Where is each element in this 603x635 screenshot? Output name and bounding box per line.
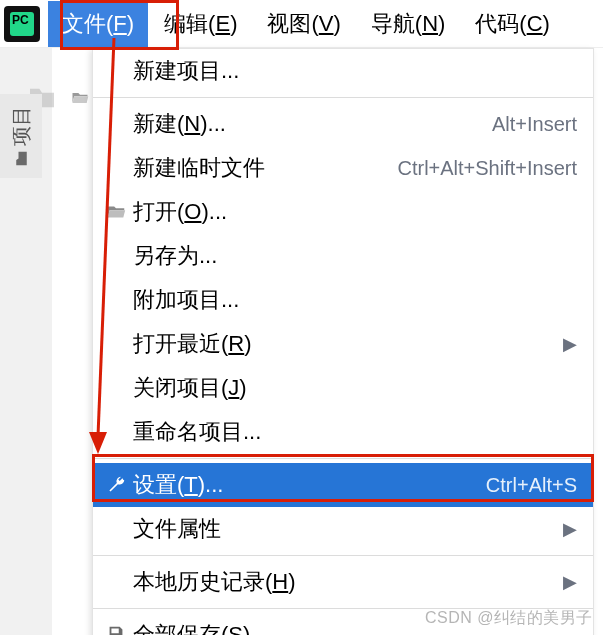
menu-item-local-history[interactable]: 本地历史记录(H) ▶ <box>93 560 593 604</box>
menu-item-file-properties[interactable]: 文件属性 ▶ <box>93 507 593 551</box>
menu-item-label: 打开( <box>133 199 184 224</box>
menu-item-label: 新建( <box>133 111 184 136</box>
menu-file[interactable]: 文件(F) <box>48 1 148 47</box>
menu-separator <box>93 458 593 459</box>
menu-item-label: 打开最近( <box>133 331 228 356</box>
menu-item-label: 全部保存( <box>133 622 228 635</box>
menu-item-label: 另存为... <box>133 241 577 271</box>
menu-view[interactable]: 视图(V) <box>253 1 354 47</box>
menubar: PC 文件(F) 编辑(E) 视图(V) 导航(N) 代码(C) <box>0 0 603 48</box>
menu-item-label: 文件属性 <box>133 514 551 544</box>
menu-item-new-scratch[interactable]: 新建临时文件 Ctrl+Alt+Shift+Insert <box>93 146 593 190</box>
menu-item-new-project[interactable]: 新建项目... <box>93 49 593 93</box>
chevron-right-icon: ▶ <box>563 518 577 540</box>
menu-item-open[interactable]: 打开(O)... <box>93 190 593 234</box>
menu-item-settings[interactable]: 设置(T)... Ctrl+Alt+S <box>93 463 593 507</box>
app-logo-text: PC <box>10 12 34 36</box>
file-dropdown: 新建项目... 新建(N)... Alt+Insert 新建临时文件 Ctrl+… <box>92 48 594 635</box>
menu-item-shortcut: Ctrl+Alt+Shift+Insert <box>397 157 577 180</box>
menu-item-shortcut: Alt+Insert <box>492 113 577 136</box>
project-tool-window-button[interactable]: 项目 <box>0 94 42 178</box>
menu-item-label: 附加项目... <box>133 285 577 315</box>
menu-item-close-project[interactable]: 关闭项目(J) <box>93 366 593 410</box>
menu-item-label: 关闭项目( <box>133 375 228 400</box>
menu-item-label: 新建临时文件 <box>133 153 385 183</box>
app-logo: PC <box>4 6 40 42</box>
save-icon <box>99 624 133 635</box>
menu-item-rename-project[interactable]: 重命名项目... <box>93 410 593 454</box>
chevron-right-icon: ▶ <box>563 571 577 593</box>
menu-item-label: 设置( <box>133 472 184 497</box>
folder-icon <box>12 149 30 167</box>
sidebar: 项目 <box>0 48 52 635</box>
chevron-right-icon: ▶ <box>563 333 577 355</box>
project-tab-label: 项目 <box>8 105 35 145</box>
menu-item-open-recent[interactable]: 打开最近(R) ▶ <box>93 322 593 366</box>
watermark: CSDN @纠结的美男子 <box>425 608 593 629</box>
menu-item-label: 本地历史记录( <box>133 569 272 594</box>
menu-item-new[interactable]: 新建(N)... Alt+Insert <box>93 102 593 146</box>
menu-navigate[interactable]: 导航(N) <box>357 1 460 47</box>
menu-code[interactable]: 代码(C) <box>461 1 564 47</box>
menu-separator <box>93 97 593 98</box>
menu-item-shortcut: Ctrl+Alt+S <box>486 474 577 497</box>
wrench-icon <box>99 474 133 496</box>
menu-separator <box>93 555 593 556</box>
menu-edit[interactable]: 编辑(E) <box>150 1 251 47</box>
menu-item-attach-project[interactable]: 附加项目... <box>93 278 593 322</box>
menu-item-save-as[interactable]: 另存为... <box>93 234 593 278</box>
menu-item-label: 新建项目... <box>133 56 577 86</box>
menu-item-label: 重命名项目... <box>133 417 577 447</box>
folder-open-icon <box>68 88 92 108</box>
folder-open-icon <box>99 201 133 223</box>
